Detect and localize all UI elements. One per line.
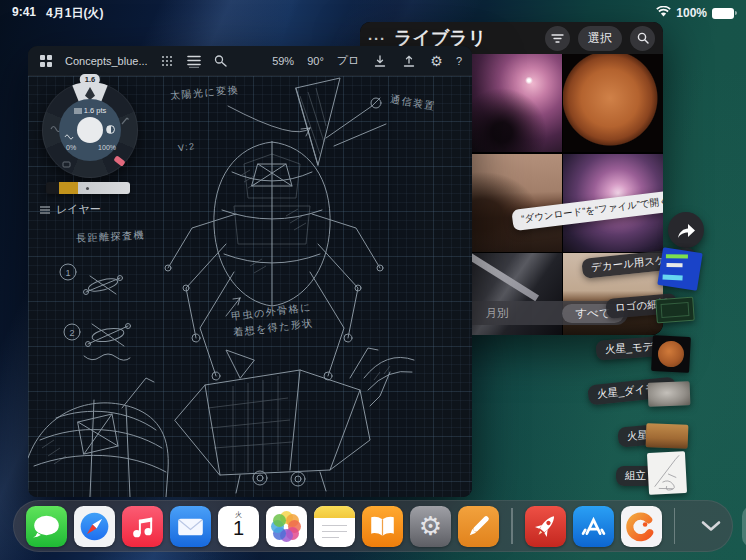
dock-divider [674, 508, 676, 544]
app-concepts[interactable] [621, 506, 662, 547]
size-badge: 1.6 [80, 74, 100, 85]
status-bar: 9:41 4月1日(火) 100% [0, 4, 746, 22]
app-rocket[interactable] [525, 506, 566, 547]
app-safari[interactable] [74, 506, 115, 547]
select-button[interactable]: 選択 [578, 26, 622, 51]
search-icon [637, 32, 649, 44]
share-forward-icon [676, 222, 696, 239]
share-button[interactable] [668, 212, 704, 248]
app-books[interactable] [362, 506, 403, 547]
color-swatch-bar[interactable] [46, 182, 130, 194]
app-app-store[interactable] [573, 506, 614, 547]
chevron-down-icon [700, 520, 722, 532]
battery-percent: 100% [676, 6, 707, 20]
library-segmented-control: 月別 すべて [458, 301, 628, 325]
import-icon[interactable] [372, 53, 388, 69]
drag-thumb-decal[interactable] [657, 247, 702, 291]
gallery-icon[interactable] [38, 53, 54, 69]
stroke-size-value: 1.6 pts [84, 106, 107, 115]
battery-icon [712, 8, 734, 19]
concepts-toolbar: Concepts_blue... 59% 90° プロ ⚙ [28, 46, 472, 76]
swatch-gold[interactable] [59, 182, 78, 194]
app-messages[interactable] [26, 506, 67, 547]
pro-button[interactable]: プロ [337, 53, 360, 68]
app-notes[interactable] [314, 506, 355, 547]
opacity-min: 0% [66, 144, 76, 151]
more-options-button[interactable]: ··· [368, 30, 386, 47]
photos-flower-icon [266, 506, 307, 547]
dock-collapse-button[interactable] [696, 511, 726, 541]
drag-thumb-logo[interactable] [655, 297, 695, 324]
drag-thumb-deimos[interactable] [648, 381, 691, 406]
tool-wheel[interactable]: 1.6 pts 0% 100% 1.6 [42, 82, 138, 178]
help-button[interactable]: ? [456, 55, 462, 67]
drag-thumb-mars[interactable] [646, 423, 689, 448]
color-well[interactable] [77, 117, 103, 143]
calendar-day: 1 [218, 517, 259, 540]
dock-divider [511, 508, 513, 544]
settings-gear-icon[interactable]: ⚙ [430, 54, 443, 68]
lasso-pen-icon[interactable] [213, 53, 229, 69]
date: 4月1日(火) [46, 5, 103, 22]
tool-wheel-inner[interactable]: 1.6 pts 0% 100% [59, 99, 121, 161]
swatch-gray-slider[interactable] [78, 182, 130, 194]
wifi-icon [656, 6, 671, 20]
zoom-level[interactable]: 59% [272, 55, 294, 67]
app-settings[interactable]: ⚙ [410, 506, 451, 547]
photo-thumbnail-nebula[interactable] [462, 54, 562, 152]
document-title[interactable]: Concepts_blue... [65, 55, 148, 67]
app-library-folder[interactable]: ★ [742, 506, 746, 547]
grid-dots-icon[interactable] [159, 53, 175, 69]
app-pen[interactable] [458, 506, 499, 547]
drag-thumb-assembly[interactable] [647, 451, 687, 495]
app-calendar[interactable]: 火 1 [218, 506, 259, 547]
app-mail[interactable] [170, 506, 211, 547]
app-music[interactable] [122, 506, 163, 547]
dock: 火 1 ⚙ [13, 500, 733, 552]
settings-gear-glyph: ⚙ [419, 513, 442, 539]
smoothing-icon [64, 126, 74, 144]
photo-thumbnail-mars-planet[interactable] [563, 54, 663, 152]
filter-button[interactable] [545, 26, 570, 51]
clock: 9:41 [12, 5, 36, 22]
screen: 9:41 4月1日(火) 100% ··· ライブラリ 選択 [0, 0, 746, 560]
rotation-value[interactable]: 90° [307, 55, 324, 67]
search-button[interactable] [630, 26, 655, 51]
layers-list-icon [40, 206, 50, 214]
layers-label: レイヤー [56, 202, 101, 217]
photo-thumbnail-desert[interactable] [462, 154, 562, 252]
sketch-number-2: 2 [69, 328, 74, 338]
concepts-window: Concepts_blue... 59% 90° プロ ⚙ [28, 46, 472, 497]
opacity-icon [106, 125, 115, 134]
filter-lines-icon [551, 33, 564, 44]
swatch-black[interactable] [46, 182, 59, 194]
marker-tool-icon[interactable] [120, 112, 130, 130]
layers-panel-header[interactable]: レイヤー [40, 202, 101, 217]
opacity-max: 100% [98, 144, 116, 151]
layers-menu-icon[interactable] [186, 53, 202, 69]
notes-top-strip [314, 506, 355, 518]
fill-tool-icon[interactable] [62, 154, 72, 172]
sketch-number-1: 1 [65, 268, 70, 278]
drag-thumb-mars-model[interactable] [651, 335, 691, 373]
app-photos[interactable] [266, 506, 307, 547]
export-icon[interactable] [401, 53, 417, 69]
